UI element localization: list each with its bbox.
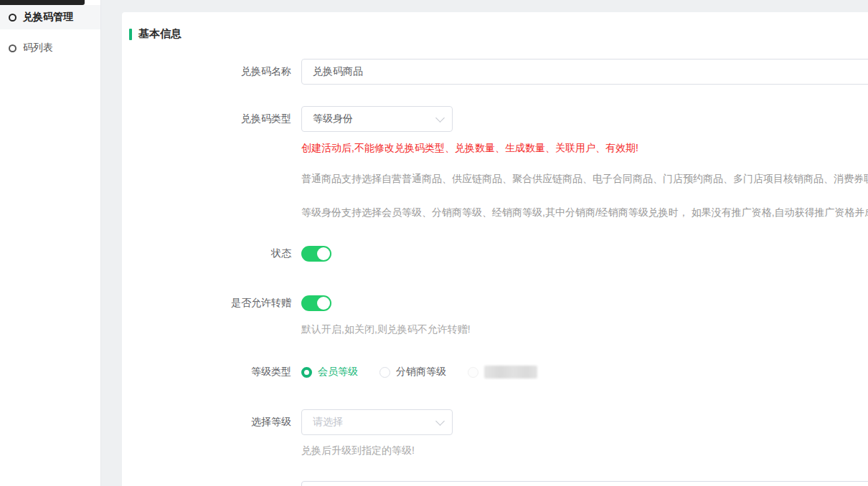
transfer-toggle[interactable] [301, 295, 331, 311]
radio-checked-icon [301, 367, 312, 378]
row-status: 状态 [122, 246, 868, 262]
sidebar: 兑换码管理 码列表 [0, 0, 101, 486]
transfer-label: 是否允许转赠 [122, 297, 301, 310]
basic-info-panel: 基本信息 兑换码名称 兑换码类型 等级身份 创建活动后,不能修改兑换码类型、兑换… [122, 12, 868, 486]
sidebar-item-label: 码列表 [23, 42, 53, 54]
row-code-name: 兑换码名称 [122, 59, 868, 85]
sidebar-item-code-management[interactable]: 兑换码管理 [0, 5, 100, 29]
sidebar-item-label: 兑换码管理 [23, 11, 73, 24]
warning-text: 创建活动后,不能修改兑换码类型、兑换数量、生成数量、关联用户、有效期! [301, 142, 638, 155]
code-name-input[interactable] [301, 59, 868, 85]
select-level-label: 选择等级 [122, 416, 301, 429]
toggle-knob [317, 297, 330, 310]
radio-label: 分销商等级 [396, 366, 446, 378]
chevron-down-icon [435, 113, 445, 123]
row-select-level: 选择等级 请选择 [122, 409, 868, 435]
radio-option-distributor-level[interactable]: 分销商等级 [379, 366, 446, 378]
select-level-placeholder: 请选择 [313, 416, 343, 429]
code-type-label: 兑换码类型 [122, 113, 301, 125]
sidebar-item-code-list[interactable]: 码列表 [0, 36, 100, 60]
section-header: 基本信息 [129, 27, 181, 41]
code-name-label: 兑换码名称 [122, 65, 301, 78]
top-edge-dark-bar [0, 0, 85, 5]
toggle-knob [317, 247, 330, 260]
chevron-down-icon [435, 416, 445, 426]
tip-normal-goods: 普通商品支持选择自营普通商品、供应链商品、聚合供应链商品、电子合同商品、门店预约… [301, 173, 868, 186]
select-level-help-text: 兑换后升级到指定的等级! [301, 444, 415, 457]
section-accent-bar [129, 29, 132, 40]
code-type-selected-value: 等级身份 [313, 113, 353, 125]
section-title: 基本信息 [138, 27, 181, 41]
level-type-label: 等级类型 [122, 366, 301, 378]
radio-unchecked-icon [379, 367, 390, 378]
status-label: 状态 [122, 247, 301, 260]
level-type-radio-group: 会员等级 分销商等级 [301, 366, 537, 378]
tip-level-identity: 等级身份支持选择会员等级、分销商等级、经销商等级,其中分销商/经销商等级兑换时，… [301, 206, 868, 219]
row-transfer: 是否允许转赠 [122, 295, 868, 311]
radio-option-redacted[interactable] [468, 366, 537, 378]
circle-bullet-icon [9, 14, 16, 22]
radio-option-member-level[interactable]: 会员等级 [301, 366, 358, 378]
redacted-label-blur [484, 366, 537, 378]
select-level-select[interactable]: 请选择 [301, 409, 453, 435]
radio-label: 会员等级 [318, 366, 358, 378]
transfer-help-text: 默认开启,如关闭,则兑换码不允许转赠! [301, 323, 471, 336]
code-type-select[interactable]: 等级身份 [301, 106, 453, 132]
status-toggle[interactable] [301, 246, 331, 262]
next-field-input-partial[interactable] [301, 481, 868, 486]
row-code-type: 兑换码类型 等级身份 [122, 106, 868, 132]
circle-bullet-icon [9, 44, 16, 52]
row-level-type: 等级类型 会员等级 分销商等级 [122, 364, 868, 380]
radio-unchecked-icon [468, 367, 478, 378]
